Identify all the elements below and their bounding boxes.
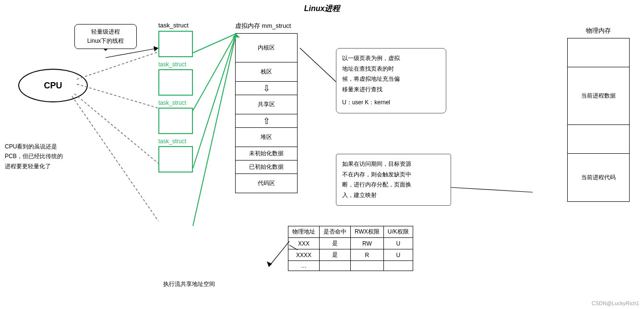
- svg-line-2: [74, 94, 158, 163]
- table-row: XXXX 是 R U: [288, 249, 413, 261]
- callout-line2: Linux下的线程: [79, 37, 132, 46]
- vm-shared: 共享区: [236, 95, 298, 114]
- table-row: …: [288, 261, 413, 271]
- row0-hit: 是: [320, 238, 351, 249]
- task-struct-box-3: [158, 146, 193, 173]
- row2-hit: [320, 261, 351, 271]
- svg-line-9: [106, 48, 158, 58]
- svg-marker-12: [267, 261, 272, 267]
- phys-mem-table: 当前进程数据 当前进程代码: [567, 38, 630, 202]
- vm-stack: 栈区: [236, 62, 298, 82]
- cpu-desc-line3: 进程要更轻量化了: [5, 161, 79, 171]
- col-rwx: RWX权限: [351, 226, 384, 238]
- page-table-container: 物理地址 是否命中 RWX权限 U/K权限 XXX 是 RW U XXXX 是 …: [288, 226, 413, 271]
- info1-line0: 以一级页表为例，虚拟: [342, 53, 440, 64]
- vm-heap: 堆区: [236, 128, 298, 147]
- info1-line2: 候，将虚拟地址充当偏: [342, 74, 440, 85]
- task-struct-label-0: task_struct: [158, 61, 202, 68]
- info1-line4: U：user K：kernel: [342, 98, 440, 108]
- info2-line0: 如果在访问期间，目标资源: [342, 159, 445, 170]
- col-hit: 是否命中: [320, 226, 351, 238]
- exec-label: 执行流共享地址空间: [163, 280, 215, 288]
- vm-init: 已初始化数据: [236, 161, 298, 174]
- cpu-desc-line1: CPU看到的虽说还是: [5, 142, 79, 151]
- vm-col: 虚拟内存 mm_struct 内核区 栈区 ⇩ 共享区 ⇧ 堆区 未初始化数据 …: [235, 22, 302, 193]
- svg-line-14: [300, 48, 336, 82]
- svg-line-13: [451, 187, 533, 192]
- vm-kernel: 内核区: [236, 34, 298, 62]
- cpu-ellipse: CPU: [18, 69, 88, 102]
- task-struct-box-1: [158, 69, 193, 96]
- col-phys-addr: 物理地址: [288, 226, 320, 238]
- vm-arrow-down: ⇩: [236, 82, 298, 95]
- task-struct-title: task_struct: [158, 22, 202, 29]
- row2-addr: …: [288, 261, 320, 271]
- task-struct-col: task_struct task_struct task_struct task…: [158, 22, 202, 174]
- row1-addr: XXXX: [288, 249, 320, 261]
- callout-line1: 轻量级进程: [79, 27, 132, 37]
- vm-title: 虚拟内存 mm_struct: [235, 22, 302, 30]
- info1-line3: 移量来进行查找: [342, 85, 440, 95]
- cpu-desc-line2: PCB，但已经比传统的: [5, 151, 79, 161]
- svg-line-0: [77, 52, 158, 79]
- vm-table: 内核区 栈区 ⇩ 共享区 ⇧ 堆区 未初始化数据 已初始化数据 代码区: [235, 33, 298, 193]
- info-box-2: 如果在访问期间，目标资源 不在内存，则会触发缺页中 断，进行内存分配，页面换 入…: [336, 154, 451, 206]
- task-struct-label-2: task_struct: [158, 138, 202, 145]
- vm-arrow-up: ⇧: [236, 114, 298, 128]
- info1-line1: 地址在查找页表的时: [342, 64, 440, 74]
- svg-line-11: [269, 241, 289, 267]
- info-box-1: 以一级页表为例，虚拟 地址在查找页表的时 候，将虚拟地址充当偏 移量来进行查找 …: [336, 48, 446, 113]
- row0-rwx: RW: [351, 238, 384, 249]
- callout-lightweight: 轻量级进程 Linux下的线程: [74, 24, 137, 49]
- row1-uk: U: [383, 249, 413, 261]
- page-table: 物理地址 是否命中 RWX权限 U/K权限 XXX 是 RW U XXXX 是 …: [288, 226, 413, 271]
- task-struct-label-1: task_struct: [158, 99, 202, 106]
- row0-uk: U: [383, 238, 413, 249]
- vm-uninit: 未初始化数据: [236, 147, 298, 161]
- cpu-label: CPU: [44, 81, 62, 91]
- task-struct-box-0: [158, 31, 193, 57]
- info2-line2: 断，进行内存分配，页面换: [342, 180, 445, 190]
- task-struct-box-2: [158, 108, 193, 134]
- page-title: Linux进程: [304, 4, 340, 14]
- svg-marker-10: [154, 46, 158, 51]
- svg-line-3: [72, 96, 158, 221]
- phys-mem-col: 物理内存 当前进程数据 当前进程代码: [567, 26, 630, 202]
- phys-process-data: 当前进程数据: [568, 67, 630, 125]
- phys-empty-top: [568, 38, 630, 67]
- col-uk: U/K权限: [383, 226, 413, 238]
- phys-empty-mid: [568, 125, 630, 154]
- info2-line1: 不在内存，则会触发缺页中: [342, 170, 445, 180]
- phys-process-code: 当前进程代码: [568, 154, 630, 202]
- row2-rwx: [351, 261, 384, 271]
- info2-line3: 入，建立映射: [342, 190, 445, 201]
- vm-code: 代码区: [236, 174, 298, 193]
- watermark: CSDN@LuckyRich1: [592, 300, 639, 306]
- phys-mem-title: 物理内存: [567, 26, 630, 35]
- main-container: Linux进程 CPU 轻量级进程 Linux下的线程 CPU看到的虽说还是 P…: [0, 0, 644, 309]
- row1-hit: 是: [320, 249, 351, 261]
- svg-line-1: [77, 84, 158, 108]
- table-row: XXX 是 RW U: [288, 238, 413, 249]
- row1-rwx: R: [351, 249, 384, 261]
- callout-cpu-desc: CPU看到的虽说还是 PCB，但已经比传统的 进程要更轻量化了: [5, 142, 79, 171]
- row2-uk: [383, 261, 413, 271]
- row0-addr: XXX: [288, 238, 320, 249]
